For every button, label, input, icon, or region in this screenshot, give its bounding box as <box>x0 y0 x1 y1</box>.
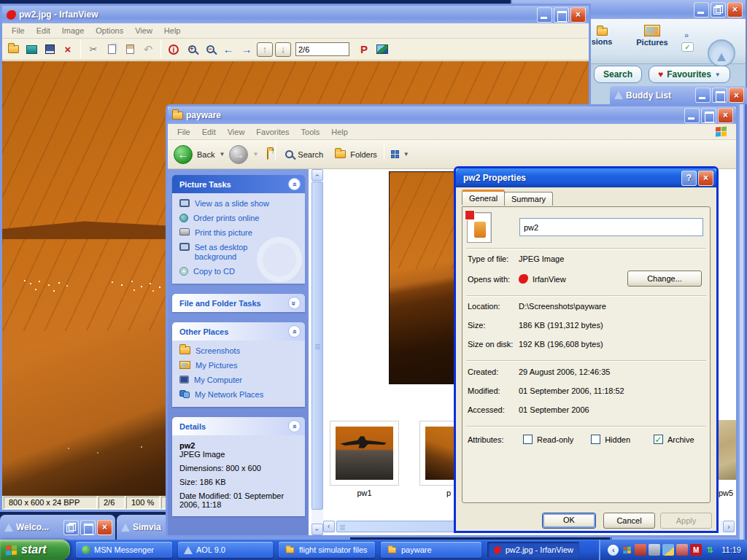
aol-search-button[interactable]: Search <box>594 66 642 83</box>
menu-edit[interactable]: Edit <box>197 125 221 139</box>
image-resizer-tray-icon[interactable] <box>662 544 674 556</box>
copy-icon[interactable] <box>104 42 120 57</box>
task-slideshow[interactable]: View as a slide show <box>179 199 301 209</box>
taskpane-scrollbar[interactable]: › › <box>311 169 323 535</box>
search-icon[interactable] <box>285 150 293 158</box>
expand-chevron-icon[interactable]: » <box>288 297 301 309</box>
display-tray-icon[interactable] <box>635 544 646 556</box>
hidden-checkbox[interactable] <box>591 435 600 444</box>
back-dropdown-icon[interactable]: ▼ <box>219 151 225 158</box>
irfanview-close-button[interactable]: × <box>570 7 586 23</box>
mcafee-tray-icon[interactable]: M <box>690 544 702 556</box>
thumbnail-pw5[interactable] <box>718 420 736 480</box>
details-header[interactable]: Details » <box>172 417 305 435</box>
back-button[interactable]: ← <box>174 145 193 164</box>
undo-icon[interactable]: ↶ <box>140 42 156 57</box>
collapse-chevron-icon[interactable]: » <box>288 325 301 338</box>
hide-tray-icons-icon[interactable]: ‹ <box>608 545 619 556</box>
tab-general[interactable]: General <box>462 190 505 205</box>
aol-toolbar-pictures[interactable]: Pictures <box>629 25 676 47</box>
thumbnail-label-pw1[interactable]: pw1 <box>330 489 399 497</box>
info-icon[interactable]: i <box>166 42 182 57</box>
menu-edit[interactable]: Edit <box>31 24 55 37</box>
collapse-chevron-icon[interactable]: » <box>288 420 301 432</box>
menu-image[interactable]: Image <box>57 24 90 37</box>
taskbar-clock[interactable]: 11:19 <box>721 545 741 554</box>
image-properties-icon[interactable] <box>374 42 390 57</box>
archive-checkbox[interactable]: ✓ <box>654 435 663 444</box>
scrollbar-thumb[interactable] <box>311 182 323 510</box>
place-my-pictures[interactable]: My Pictures <box>179 361 301 370</box>
cancel-button[interactable]: Cancel <box>603 513 655 529</box>
explorer-maximize-button[interactable] <box>701 108 716 123</box>
menu-view[interactable]: View <box>130 24 158 37</box>
irfanview-titlebar[interactable]: pw2.jpg - IrfanView × <box>2 6 589 23</box>
collapse-chevron-icon[interactable]: » <box>288 178 301 190</box>
dialog-close-button[interactable]: × <box>698 171 713 186</box>
menu-view[interactable]: View <box>222 125 250 139</box>
views-button[interactable] <box>391 150 399 158</box>
forward-button[interactable]: → <box>229 145 248 164</box>
search-label[interactable]: Search <box>298 150 323 159</box>
first-image-icon[interactable]: ↑ <box>257 42 273 57</box>
preview-toggle-icon[interactable]: P <box>356 42 372 57</box>
place-screenshots[interactable]: Screenshots <box>179 346 301 356</box>
explorer-titlebar[interactable]: payware × <box>168 106 736 124</box>
slideshow-icon[interactable] <box>23 42 39 57</box>
taskbar-aol[interactable]: AOL 9.0 <box>178 542 273 558</box>
change-button[interactable]: Change... <box>627 271 702 287</box>
next-image-icon[interactable]: → <box>239 42 255 57</box>
welcome-restore-button[interactable] <box>63 520 79 535</box>
task-print-picture[interactable]: Print this picture <box>179 228 301 238</box>
readonly-checkbox[interactable] <box>523 435 533 444</box>
welcome-maximize-button[interactable] <box>80 520 96 535</box>
last-image-icon[interactable]: ↓ <box>275 42 291 57</box>
menu-help[interactable]: Help <box>326 125 353 139</box>
explorer-close-button[interactable]: × <box>718 108 733 123</box>
up-button[interactable]: ↑ <box>267 150 268 159</box>
start-button[interactable]: start <box>0 540 70 560</box>
welcome-close-button[interactable]: × <box>97 520 112 535</box>
scroll-left-icon[interactable]: › <box>323 521 335 532</box>
buddy-list-titlebar[interactable]: Buddy List × <box>610 86 747 104</box>
menu-favorites[interactable]: Favorites <box>251 125 294 139</box>
tab-summary[interactable]: Summary <box>504 192 553 206</box>
scroll-up-icon[interactable]: › <box>311 169 323 181</box>
buddy-minimize-button[interactable] <box>695 88 711 103</box>
place-my-network[interactable]: My Network Places <box>179 390 301 400</box>
properties-titlebar[interactable]: pw2 Properties ? × <box>456 168 716 187</box>
network-activity-tray-icon[interactable]: ⇅ <box>704 544 716 556</box>
welcome-titlebar[interactable]: Welco... × <box>0 515 115 540</box>
thumbnail-label-pw5[interactable]: pw5 <box>716 489 736 497</box>
previous-image-icon[interactable]: ← <box>220 42 236 57</box>
menu-tools[interactable]: Tools <box>296 125 325 139</box>
windows-messenger-tray-icon[interactable] <box>621 544 632 556</box>
pictures-check-icon[interactable]: ✓ <box>681 42 694 52</box>
page-number-input[interactable] <box>295 42 349 56</box>
back-label[interactable]: Back <box>197 150 214 159</box>
aol-restore-button[interactable] <box>711 2 726 18</box>
ok-button[interactable]: OK <box>542 513 596 529</box>
folders-icon[interactable] <box>335 150 346 158</box>
menu-options[interactable]: Options <box>90 24 128 37</box>
irfanview-minimize-button[interactable] <box>537 7 552 23</box>
task-order-prints[interactable]: Order prints online <box>179 214 301 223</box>
picture-tasks-header[interactable]: Picture Tasks » <box>172 175 305 193</box>
other-places-header[interactable]: Other Places » <box>172 322 305 341</box>
place-my-computer[interactable]: My Computer <box>179 376 301 385</box>
folders-label[interactable]: Folders <box>350 150 377 159</box>
menu-file[interactable]: File <box>172 125 196 139</box>
buddy-close-button[interactable]: × <box>729 88 744 103</box>
zoom-in-icon[interactable]: + <box>184 42 200 57</box>
buddy-maximize-button[interactable] <box>712 88 727 103</box>
delete-icon[interactable]: × <box>60 42 76 57</box>
thumbnail-pw1[interactable] <box>330 421 399 486</box>
aol-minimize-button[interactable] <box>694 2 709 18</box>
aol-close-button[interactable]: × <box>727 2 743 18</box>
views-dropdown-icon[interactable]: ▼ <box>403 151 409 158</box>
taskbar-flight-simulator-files[interactable]: flight simulator files <box>279 542 375 558</box>
taskbar-irfanview[interactable]: pw2.jpg - IrfanView <box>487 542 579 558</box>
save-icon[interactable] <box>42 42 58 57</box>
menu-file[interactable]: File <box>7 24 30 37</box>
cut-icon[interactable]: ✂ <box>85 42 101 57</box>
